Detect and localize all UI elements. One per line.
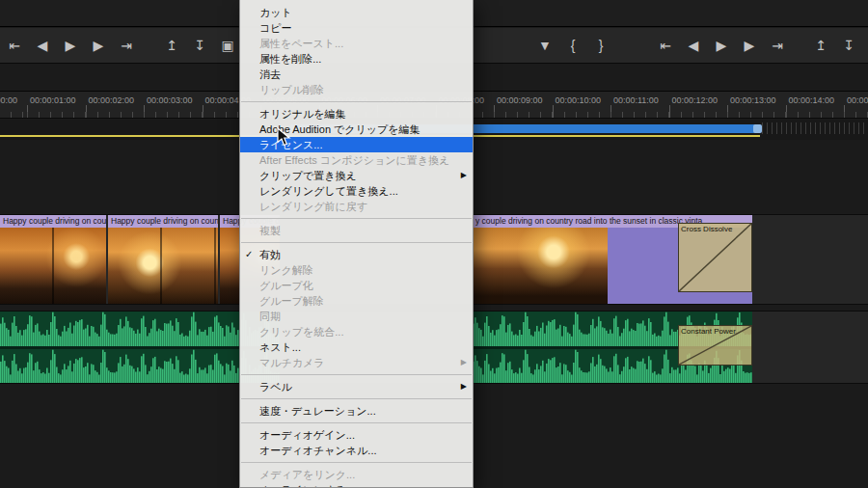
menu-item-unlink: リンク解除 bbox=[240, 262, 473, 278]
lift-icon[interactable]: ↥ bbox=[163, 38, 180, 53]
menu-separator bbox=[241, 422, 472, 423]
scrollbar-tick-zone bbox=[762, 122, 868, 134]
menu-item-label: 消去 bbox=[259, 68, 281, 80]
step-forward-icon[interactable]: ▶ bbox=[90, 38, 107, 53]
go-to-out-icon[interactable]: ⇥ bbox=[118, 38, 135, 53]
menu-item-replace-with-ae: After Effects コンポジションに置き換え bbox=[240, 152, 473, 168]
menu-separator bbox=[241, 218, 472, 219]
timecode-label: 00:00:09:00 bbox=[497, 95, 543, 105]
submenu-arrow-icon: ▶ bbox=[461, 355, 467, 370]
transport-group-left: ⇤◀▶▶⇥↥↧▣ bbox=[6, 28, 236, 63]
clip-label: Happy couple driving on count bbox=[108, 215, 218, 228]
menu-item-label: ラベル bbox=[259, 381, 292, 393]
menu-item-ungroup: グループ解除 bbox=[240, 293, 473, 309]
menu-item-replace-with-clip[interactable]: クリップで置き換え▶ bbox=[240, 168, 473, 183]
menu-item-label: リンク解除 bbox=[259, 264, 313, 276]
menu-item-render-and-replace[interactable]: レンダリングして置き換え... bbox=[240, 183, 473, 199]
audio-transition-constant-power[interactable]: Constant Power bbox=[678, 325, 752, 366]
timecode-label: 00:00:15:00 bbox=[847, 95, 868, 105]
play-icon[interactable]: ▶ bbox=[713, 38, 730, 53]
scrollbar-handle[interactable] bbox=[753, 124, 762, 133]
menu-item-remove-attributes[interactable]: 属性を削除... bbox=[240, 51, 473, 67]
menu-item-label: Adobe Audition でクリップを編集 bbox=[259, 123, 420, 135]
menu-separator bbox=[241, 101, 472, 102]
go-to-in-icon[interactable]: ⇤ bbox=[657, 38, 674, 53]
timecode-label: 00:00:10:00 bbox=[556, 95, 602, 105]
go-to-out-icon[interactable]: ⇥ bbox=[769, 38, 786, 53]
submenu-arrow-icon: ▶ bbox=[461, 379, 467, 394]
timecode-label: 00:00:00:00 bbox=[0, 95, 17, 105]
menu-item-speed-duration[interactable]: 速度・デュレーション... bbox=[240, 403, 473, 419]
menu-item-multi-camera: マルチカメラ▶ bbox=[240, 355, 473, 370]
clip-label: Happy couple driving on count bbox=[0, 215, 106, 228]
menu-separator bbox=[241, 374, 472, 375]
play-icon[interactable]: ▶ bbox=[62, 38, 79, 53]
timecode-label: 00:00:11:00 bbox=[613, 95, 659, 105]
lift-icon[interactable]: ↥ bbox=[812, 38, 829, 53]
step-back-icon[interactable]: ◀ bbox=[685, 38, 702, 53]
menu-item-audio-gain[interactable]: オーディオゲイン... bbox=[240, 427, 473, 443]
transport-group-right: ▼{}⇤◀▶▶⇥↥↧▣ bbox=[536, 28, 868, 63]
menu-item-label: コピー bbox=[259, 22, 292, 34]
timecode-label: 00:00:03:00 bbox=[147, 95, 193, 105]
menu-item-clear[interactable]: 消去 bbox=[240, 67, 473, 82]
video-transition-cross-dissolve[interactable]: Cross Dissolve bbox=[678, 223, 752, 292]
extract-icon[interactable]: ↧ bbox=[840, 38, 857, 53]
menu-item-copy[interactable]: コピー bbox=[240, 20, 473, 36]
extract-icon[interactable]: ↧ bbox=[191, 38, 208, 53]
menu-item-group: グループ化 bbox=[240, 278, 473, 293]
menu-item-audio-channels[interactable]: オーディオチャンネル... bbox=[240, 443, 473, 458]
menu-separator bbox=[241, 462, 472, 463]
transition-label: Constant Power bbox=[679, 326, 751, 336]
menu-item-ripple-delete: リップル削除 bbox=[240, 82, 473, 97]
audio-clip[interactable] bbox=[0, 312, 280, 383]
step-back-icon[interactable]: ◀ bbox=[34, 38, 51, 53]
check-icon: ✓ bbox=[245, 247, 253, 262]
menu-item-label: カット bbox=[259, 7, 292, 18]
menu-item-label: マルチカメラ bbox=[259, 357, 325, 368]
menu-item-make-offline[interactable]: オフラインにする... bbox=[240, 482, 473, 488]
menu-separator bbox=[241, 398, 472, 399]
menu-item-license[interactable]: ライセンス... bbox=[240, 137, 473, 152]
menu-item-label: レンダリングして置き換え... bbox=[259, 185, 398, 197]
menu-item-label: ネスト... bbox=[259, 341, 301, 353]
export-frame-icon[interactable]: ▣ bbox=[219, 38, 236, 53]
menu-item-label: 属性を削除... bbox=[259, 53, 321, 65]
timecode-label: 00:00:12:00 bbox=[672, 95, 719, 105]
menu-item-nest[interactable]: ネスト... bbox=[240, 339, 473, 355]
menu-item-label: リップル削除 bbox=[259, 84, 324, 95]
menu-item-label: 有効 bbox=[259, 249, 281, 260]
menu-item-label: オーディオチャンネル... bbox=[259, 445, 377, 456]
menu-item-edit-original[interactable]: オリジナルを編集 bbox=[240, 106, 473, 122]
clip-thumbnail bbox=[0, 228, 106, 304]
menu-item-label: メディアをリンク... bbox=[259, 469, 355, 480]
step-forward-icon[interactable]: ▶ bbox=[741, 38, 758, 53]
menu-item-label: 速度・デュレーション... bbox=[259, 405, 376, 417]
timecode-label: 00:00:13:00 bbox=[730, 95, 776, 105]
menu-item-label: オフラインにする... bbox=[259, 484, 355, 488]
menu-item-label: 複製 bbox=[259, 225, 281, 236]
menu-item-enable[interactable]: ✓有効 bbox=[240, 247, 473, 262]
premiere-timeline-window: ⇤◀▶▶⇥↥↧▣ ▼{}⇤◀▶▶⇥↥↧▣ 00:00:00:0000:00:01… bbox=[0, 0, 868, 488]
timecode-label: 00:00:02:00 bbox=[89, 95, 135, 105]
filmstrip-seams bbox=[108, 228, 218, 304]
menu-item-edit-in-audition[interactable]: Adobe Audition でクリップを編集 bbox=[240, 122, 473, 137]
timecode-label: 00:00:14:00 bbox=[789, 95, 835, 105]
menu-item-label: オーディオゲイン... bbox=[259, 429, 355, 441]
menu-item-label[interactable]: ラベル▶ bbox=[240, 379, 473, 394]
add-marker-icon[interactable]: ▼ bbox=[536, 38, 554, 53]
transition-diagonal-icon bbox=[679, 224, 751, 291]
clip-thumbnail bbox=[473, 228, 608, 304]
menu-item-label: クリップで置き換え bbox=[259, 170, 357, 181]
video-clip[interactable]: Happy couple driving on count bbox=[0, 215, 106, 304]
mark-out-icon[interactable]: } bbox=[592, 38, 610, 53]
video-clip[interactable]: Happy couple driving on count bbox=[108, 215, 218, 304]
go-to-in-icon[interactable]: ⇤ bbox=[6, 38, 23, 53]
menu-item-label: レンダリング前に戻す bbox=[259, 201, 367, 212]
clip-thumbnail bbox=[108, 228, 218, 304]
menu-item-cut[interactable]: カット bbox=[240, 5, 473, 20]
mark-in-icon[interactable]: { bbox=[564, 38, 582, 53]
menu-item-label: After Effects コンポジションに置き換え bbox=[259, 154, 449, 166]
menu-item-restore-unrendered: レンダリング前に戻す bbox=[240, 199, 473, 214]
menu-item-synchronize: 同期 bbox=[240, 309, 473, 324]
